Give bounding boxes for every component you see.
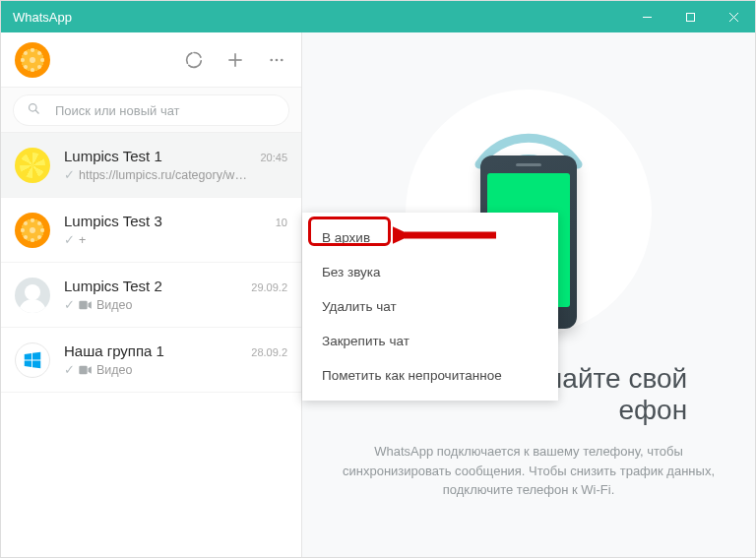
chat-item[interactable]: Наша группа 1 28.09.2 ✓ Видео xyxy=(1,328,301,393)
sidebar-header xyxy=(1,32,301,88)
svg-rect-11 xyxy=(79,300,87,308)
titlebar: WhatsApp xyxy=(1,1,755,32)
chat-item[interactable]: Lumpics Test 1 20:45 ✓ https://lumpics.r… xyxy=(1,133,301,198)
search-box[interactable] xyxy=(13,94,289,126)
window-title: WhatsApp xyxy=(13,10,72,25)
close-button[interactable] xyxy=(712,1,755,32)
chat-info: Наша группа 1 28.09.2 ✓ Видео xyxy=(64,342,287,377)
chat-name: Наша группа 1 xyxy=(64,342,164,359)
video-icon xyxy=(79,365,93,375)
window-controls xyxy=(625,1,755,32)
new-chat-icon[interactable] xyxy=(224,49,246,71)
intro-body: WhatsApp подключается к вашему телефону,… xyxy=(342,442,716,500)
menu-icon[interactable] xyxy=(266,49,287,71)
app-window: WhatsApp xyxy=(0,0,756,558)
chat-time: 28.09.2 xyxy=(251,346,287,358)
search-input[interactable] xyxy=(55,103,276,118)
chat-item[interactable]: Lumpics Test 2 29.09.2 ✓ Видео xyxy=(1,263,301,328)
chat-message: + xyxy=(79,233,86,247)
user-avatar[interactable] xyxy=(15,42,50,78)
check-icon: ✓ xyxy=(64,297,75,312)
ctx-mute[interactable]: Без звука xyxy=(302,255,558,289)
ctx-mark-unread[interactable]: Пометить как непрочитанное xyxy=(302,358,558,393)
chat-name: Lumpics Test 3 xyxy=(64,213,162,229)
chat-message: Видео xyxy=(96,363,133,377)
chat-avatar xyxy=(15,278,50,313)
check-icon: ✓ xyxy=(64,362,75,377)
chat-info: Lumpics Test 3 10 ✓ + xyxy=(64,213,287,247)
chat-avatar xyxy=(15,213,50,248)
chat-info: Lumpics Test 1 20:45 ✓ https://lumpics.r… xyxy=(64,148,287,182)
chat-time: 20:45 xyxy=(260,152,287,163)
chat-item[interactable]: Lumpics Test 3 10 ✓ + xyxy=(1,198,301,263)
context-menu: В архив Без звука Удалить чат Закрепить … xyxy=(302,213,558,401)
check-icon: ✓ xyxy=(64,167,75,182)
chat-time: 10 xyxy=(276,217,287,228)
svg-point-9 xyxy=(30,103,37,111)
status-icon[interactable] xyxy=(183,49,205,71)
minimize-button[interactable] xyxy=(625,1,668,32)
video-icon xyxy=(79,300,93,310)
chat-name: Lumpics Test 1 xyxy=(64,148,162,164)
sidebar-actions xyxy=(183,49,287,71)
chat-info: Lumpics Test 2 29.09.2 ✓ Видео xyxy=(64,278,287,312)
search-icon xyxy=(27,101,41,120)
chat-time: 29.09.2 xyxy=(251,281,287,293)
check-icon: ✓ xyxy=(64,232,75,247)
maximize-button[interactable] xyxy=(668,1,712,32)
chat-avatar xyxy=(15,342,50,378)
svg-point-7 xyxy=(276,58,279,61)
chat-list: Lumpics Test 1 20:45 ✓ https://lumpics.r… xyxy=(1,133,301,557)
svg-rect-1 xyxy=(686,13,694,21)
svg-rect-12 xyxy=(79,365,87,373)
sidebar: Lumpics Test 1 20:45 ✓ https://lumpics.r… xyxy=(1,32,302,557)
chat-avatar xyxy=(15,148,50,183)
chat-message: https://lumpics.ru/category/w… xyxy=(79,168,247,182)
svg-line-10 xyxy=(35,110,38,113)
chat-message: Видео xyxy=(96,298,133,312)
ctx-archive[interactable]: В архив xyxy=(302,220,558,255)
ctx-delete[interactable]: Удалить чат xyxy=(302,289,558,324)
chat-name: Lumpics Test 2 xyxy=(64,278,162,294)
svg-point-6 xyxy=(270,58,273,61)
search-bar xyxy=(1,88,301,133)
svg-point-8 xyxy=(281,58,284,61)
ctx-pin[interactable]: Закрепить чат xyxy=(302,324,558,358)
